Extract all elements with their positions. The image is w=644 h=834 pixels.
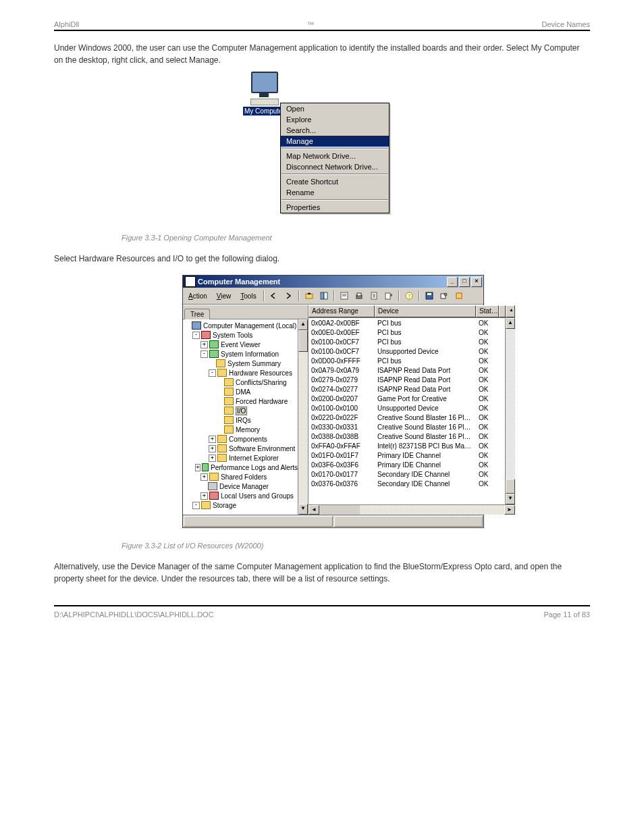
tree-item[interactable]: +Event Viewer [183,340,298,349]
properties-button[interactable] [338,289,351,303]
scroll-down-icon[interactable]: ▼ [506,494,515,504]
expand-icon[interactable]: + [200,492,208,500]
collapse-icon[interactable]: - [192,332,200,339]
scroll-up-icon[interactable]: ▲ [298,319,308,330]
sort-indicator-icon[interactable]: ▲ [506,305,515,317]
collapse-icon[interactable]: - [209,369,216,377]
menu-tools[interactable]: Tools [236,291,260,301]
scroll-left-icon[interactable]: ◄ [308,505,319,515]
titlebar[interactable]: Computer Management _ □ × [183,276,483,288]
menu-view[interactable]: View [213,291,236,301]
tree-item[interactable]: Conflicts/Sharing [183,377,298,387]
maximize-button[interactable]: □ [459,277,470,287]
menu-item-manage[interactable]: Manage [281,136,389,147]
tree-item[interactable]: DMA [183,387,298,396]
tree-item[interactable]: Memory [183,425,298,434]
tree-item[interactable]: -Hardware Resources [183,368,298,377]
tree-item[interactable]: I/O [183,406,298,415]
menu-item-disconnect-network-drive[interactable]: Disconnect Network Drive... [281,161,389,172]
tree-item[interactable]: +Shared Folders [183,472,298,481]
expand-icon[interactable]: + [209,445,216,452]
menu-item-explore[interactable]: Explore [281,114,389,125]
nav-back-button[interactable] [267,289,281,303]
list-row[interactable]: 0x0170-0x0177Secondary IDE ChannelOK [308,469,505,479]
scroll-down-icon[interactable]: ▼ [298,504,308,515]
list-row[interactable]: 0x00A2-0x00BFPCI busOK [308,318,505,328]
minimize-button[interactable]: _ [447,277,458,287]
tree-view[interactable]: Computer Management (Local)-System Tools… [183,319,298,515]
scroll-thumb[interactable] [298,330,308,352]
tree-item[interactable]: Computer Management (Local) [183,321,298,330]
list-row[interactable]: 0x00E0-0x00EFPCI busOK [308,328,505,337]
expand-icon[interactable]: + [200,341,208,348]
list-row[interactable]: 0x0274-0x0277ISAPNP Read Data PortOK [308,384,505,394]
list-row[interactable]: 0x01F0-0x01F7Primary IDE ChannelOK [308,450,505,460]
menu-item-properties[interactable]: Properties [281,202,389,213]
list-row[interactable]: 0x0279-0x0279ISAPNP Read Data PortOK [308,375,505,384]
column-header[interactable]: Address Range [308,305,375,317]
collapse-icon[interactable]: - [192,502,200,509]
tree-item[interactable]: Forced Hardware [183,396,298,406]
menu-item-create-shortcut[interactable]: Create Shortcut [281,176,389,187]
tree-item[interactable]: +Internet Explorer [183,453,298,463]
tree-item[interactable]: System Summary [183,359,298,368]
scroll-up-icon[interactable]: ▲ [506,318,515,329]
menu-item-search[interactable]: Search... [281,125,389,136]
tree-scrollbar[interactable]: ▲ ▼ [298,319,308,515]
list-view[interactable]: 0x00A2-0x00BFPCI busOK0x00E0-0x00EFPCI b… [308,318,505,504]
column-header[interactable]: Stat… [476,305,499,317]
list-hscrollbar[interactable]: ◄ ► [308,504,515,515]
menu-item-map-network-drive[interactable]: Map Network Drive... [281,151,389,161]
expand-icon[interactable]: + [209,454,216,462]
list-row[interactable]: 0x0388-0x038BCreative Sound Blaster 16 P… [308,432,505,441]
collapse-icon[interactable]: - [200,350,208,358]
list-scrollbar[interactable]: ▲ ▼ [505,318,515,504]
list-row[interactable]: 0x0100-0x0CF7Unsupported DeviceOK [308,346,505,356]
menu-item-open[interactable]: Open [281,103,389,114]
column-headers[interactable]: Address RangeDeviceStat…▲ [308,305,515,318]
expand-icon[interactable]: + [200,473,208,481]
scroll-thumb[interactable] [506,479,515,494]
list-row[interactable]: 0x0D00-0xFFFFPCI busOK [308,356,505,365]
tab-tree[interactable]: Tree [184,309,210,319]
tree-item[interactable]: +Software Environment [183,444,298,453]
list-row[interactable]: 0x0200-0x0207Game Port for CreativeOK [308,394,505,403]
list-row[interactable]: 0x0100-0x0100Unsupported DeviceOK [308,403,505,413]
tree-item[interactable]: IRQs [183,415,298,425]
tree-item[interactable]: +Components [183,434,298,444]
help-button[interactable]: ? [402,289,416,303]
tree-item[interactable]: -System Information [183,349,298,359]
refresh-button[interactable] [367,289,381,303]
tree-item[interactable]: -System Tools [183,330,298,340]
list-row[interactable]: 0x0376-0x0376Secondary IDE ChannelOK [308,479,505,488]
list-row[interactable]: 0x0A79-0x0A79ISAPNP Read Data PortOK [308,365,505,375]
nav-forward-button[interactable] [282,289,296,303]
stop-button[interactable] [452,289,466,303]
tree-item[interactable]: +Performance Logs and Alerts [183,463,298,472]
find-button[interactable] [437,289,451,303]
tree-item[interactable]: Device Manager [183,481,298,491]
menu-action[interactable]: Action [184,291,211,301]
tree-item[interactable]: -Storage [183,500,298,510]
list-row[interactable]: 0xFFA0-0xFFAFIntel(r) 82371SB PCI Bus Ma… [308,441,505,450]
print-button[interactable] [352,289,366,303]
column-header[interactable]: Device [375,305,476,317]
list-row[interactable]: 0x0330-0x0331Creative Sound Blaster 16 P… [308,422,505,432]
scroll-thumb[interactable] [319,505,360,515]
list-row[interactable]: 0x0100-0x0CF7PCI busOK [308,337,505,346]
save-button[interactable] [423,289,436,303]
scroll-track[interactable] [506,329,515,479]
up-button[interactable] [302,289,316,303]
list-row[interactable]: 0x0220-0x022FCreative Sound Blaster 16 P… [308,413,505,422]
menu-item-rename[interactable]: Rename [281,187,389,198]
expand-icon[interactable]: + [209,436,216,443]
tree-item[interactable]: +Local Users and Groups [183,491,298,500]
scroll-track[interactable] [360,505,504,515]
scroll-right-icon[interactable]: ► [504,505,515,515]
export-button[interactable] [382,289,396,303]
list-row[interactable]: 0x03F6-0x03F6Primary IDE ChannelOK [308,460,505,469]
expand-icon[interactable]: + [195,464,200,471]
scroll-track[interactable] [298,352,308,504]
show-hide-button[interactable] [317,289,331,303]
close-button[interactable]: × [471,277,482,287]
